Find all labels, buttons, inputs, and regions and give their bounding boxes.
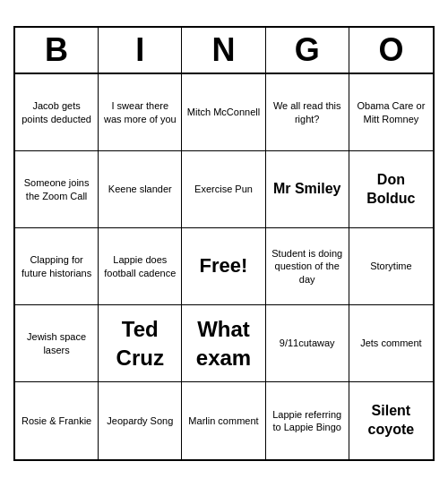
bingo-card: BINGO Jacob gets points deductedI swear … <box>13 26 435 461</box>
bingo-cell-11[interactable]: Lappie does football cadence <box>99 228 182 305</box>
bingo-cell-3[interactable]: We all read this right? <box>266 74 349 151</box>
bingo-cell-19[interactable]: Jets comment <box>349 305 433 382</box>
bingo-cell-2[interactable]: Mitch McConnell <box>182 74 265 151</box>
bingo-cell-14[interactable]: Storytime <box>349 228 433 305</box>
bingo-grid: Jacob gets points deductedI swear there … <box>15 74 433 459</box>
bingo-cell-4[interactable]: Obama Care or Mitt Romney <box>349 74 433 151</box>
bingo-cell-8[interactable]: Mr Smiley <box>266 151 349 228</box>
bingo-letter-n: N <box>182 28 265 73</box>
bingo-cell-21[interactable]: Jeopardy Song <box>99 382 182 459</box>
bingo-cell-20[interactable]: Rosie & Frankie <box>15 382 99 459</box>
bingo-cell-0[interactable]: Jacob gets points deducted <box>15 74 99 151</box>
bingo-cell-10[interactable]: Clapping for future historians <box>15 228 99 305</box>
bingo-letter-b: B <box>15 28 99 73</box>
bingo-cell-22[interactable]: Marlin comment <box>182 382 265 459</box>
bingo-cell-17[interactable]: What exam <box>182 305 265 382</box>
bingo-cell-7[interactable]: Exercise Pun <box>182 151 265 228</box>
bingo-cell-24[interactable]: Silent coyote <box>349 382 433 459</box>
bingo-cell-5[interactable]: Someone joins the Zoom Call <box>15 151 99 228</box>
bingo-cell-12[interactable]: Free! <box>182 228 265 305</box>
bingo-cell-18[interactable]: 9/11cutaway <box>266 305 349 382</box>
bingo-cell-13[interactable]: Student is doing question of the day <box>266 228 349 305</box>
bingo-cell-1[interactable]: I swear there was more of you <box>99 74 182 151</box>
bingo-letter-i: I <box>99 28 182 73</box>
bingo-header: BINGO <box>15 28 433 74</box>
bingo-cell-6[interactable]: Keene slander <box>99 151 182 228</box>
bingo-cell-9[interactable]: Don Bolduc <box>349 151 433 228</box>
bingo-letter-o: O <box>349 28 433 73</box>
bingo-cell-16[interactable]: Ted Cruz <box>99 305 182 382</box>
bingo-cell-23[interactable]: Lappie referring to Lappie Bingo <box>266 382 349 459</box>
bingo-letter-g: G <box>266 28 349 73</box>
bingo-cell-15[interactable]: Jewish space lasers <box>15 305 99 382</box>
